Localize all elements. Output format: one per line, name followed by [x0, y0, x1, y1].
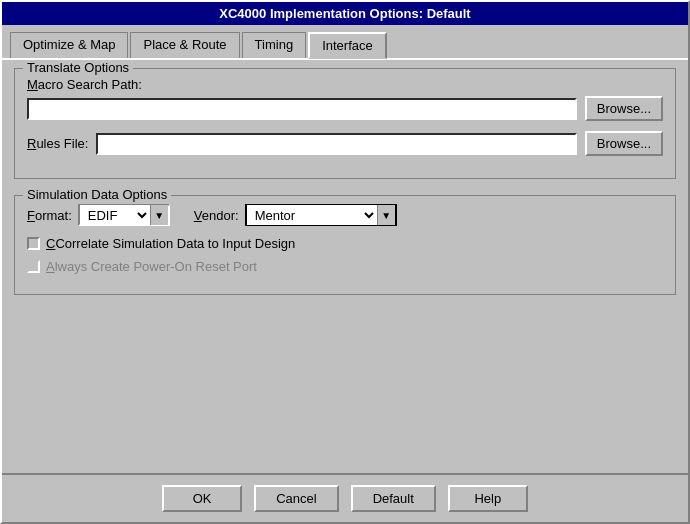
vendor-label: Vendor:: [194, 208, 239, 223]
rules-file-input[interactable]: [96, 133, 576, 155]
ok-button[interactable]: OK: [162, 485, 242, 512]
rules-file-row: Rules File: Browse...: [27, 131, 663, 156]
simulation-options-group: Simulation Data Options Format: EDIF ▼ V…: [14, 195, 676, 295]
tab-optimize-label: Optimize & Map: [23, 37, 115, 52]
correlate-row: CCorrelate Simulation Data to Input Desi…: [27, 236, 663, 251]
tab-place-route-label: Place & Route: [143, 37, 226, 52]
help-button[interactable]: Help: [448, 485, 528, 512]
macro-search-row: Macro Search Path: Browse...: [27, 77, 663, 121]
correlate-checkbox[interactable]: [27, 237, 40, 250]
tab-place-route[interactable]: Place & Route: [130, 32, 239, 59]
format-arrow-icon[interactable]: ▼: [150, 205, 168, 225]
cancel-button[interactable]: Cancel: [254, 485, 338, 512]
main-window: XC4000 Implementation Options: Default O…: [0, 0, 690, 524]
always-checkbox[interactable]: [27, 260, 40, 273]
always-row: Always Create Power-On Reset Port: [27, 259, 663, 274]
vendor-select-wrapper: Mentor ▼: [245, 204, 397, 226]
vendor-select[interactable]: Mentor: [247, 205, 377, 225]
tab-timing[interactable]: Timing: [242, 32, 307, 59]
tab-bar: Optimize & Map Place & Route Timing Inte…: [2, 25, 688, 58]
format-select[interactable]: EDIF: [80, 205, 150, 225]
tab-interface-label: Interface: [322, 38, 373, 53]
translate-options-group: Translate Options Macro Search Path: Bro…: [14, 68, 676, 179]
vendor-arrow-icon[interactable]: ▼: [377, 205, 395, 225]
tab-interface[interactable]: Interface: [308, 32, 387, 59]
tab-timing-label: Timing: [255, 37, 294, 52]
format-vendor-row: Format: EDIF ▼ Vendor: Mentor ▼: [27, 204, 663, 226]
content-area: Translate Options Macro Search Path: Bro…: [2, 58, 688, 473]
tab-optimize[interactable]: Optimize & Map: [10, 32, 128, 59]
format-label: Format:: [27, 208, 72, 223]
title-bar: XC4000 Implementation Options: Default: [2, 2, 688, 25]
simulation-options-title: Simulation Data Options: [23, 187, 171, 202]
browse-rules-button[interactable]: Browse...: [585, 131, 663, 156]
always-label: Always Create Power-On Reset Port: [46, 259, 257, 274]
correlate-label: CCorrelate Simulation Data to Input Desi…: [46, 236, 295, 251]
macro-label: Macro Search Path:: [27, 77, 142, 92]
bottom-bar: OK Cancel Default Help: [2, 473, 688, 522]
window-title: XC4000 Implementation Options: Default: [219, 6, 470, 21]
translate-options-title: Translate Options: [23, 60, 133, 75]
format-select-wrapper: EDIF ▼: [78, 204, 170, 226]
default-button[interactable]: Default: [351, 485, 436, 512]
rules-label: Rules File:: [27, 136, 88, 151]
macro-search-input[interactable]: [27, 98, 577, 120]
browse-macro-button[interactable]: Browse...: [585, 96, 663, 121]
